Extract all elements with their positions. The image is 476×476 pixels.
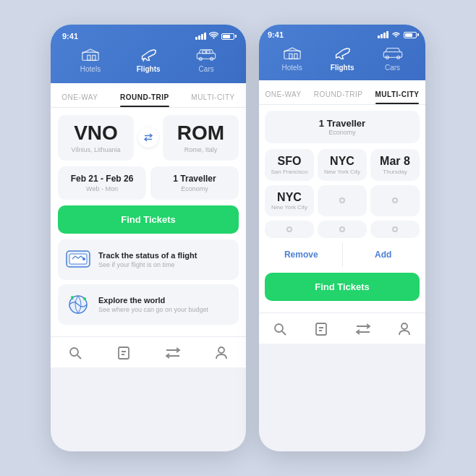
right-traveller-box[interactable]: 1 Traveller Economy: [265, 111, 420, 143]
right-route1-date-main: Mar 8: [380, 155, 410, 168]
right-status-time: 9:41: [268, 30, 284, 39]
left-tab-cars[interactable]: Cars: [196, 46, 216, 73]
right-route2-to-empty[interactable]: [318, 185, 367, 217]
left-status-icons: [195, 32, 234, 41]
left-explore-title: Explore the world: [98, 296, 208, 305]
left-search-tab-one-way[interactable]: ONE-WAY: [61, 90, 98, 107]
left-track-flight-subtitle: See if your flight is on time: [98, 261, 197, 268]
right-tab-hotels[interactable]: Hotels: [281, 45, 302, 72]
right-tab-flights-label: Flights: [331, 64, 354, 72]
wifi-icon: [209, 32, 218, 41]
left-bottom-bar: [51, 336, 246, 367]
left-status-bar: 9:41: [62, 32, 234, 41]
left-traveller-sub: Economy: [181, 185, 208, 192]
right-tab-flights[interactable]: Flights: [331, 45, 354, 72]
right-find-button[interactable]: Find Tickets: [265, 273, 420, 301]
right-search-tab-multi-city[interactable]: MULTI-CITY: [375, 88, 420, 104]
right-route3-date-empty[interactable]: [370, 221, 420, 238]
left-dates-main: Feb 21 - Feb 26: [71, 174, 134, 184]
right-search-tabs: ONE-WAY ROUND-TRIP MULTI-CITY: [259, 80, 425, 105]
svg-point-14: [70, 348, 78, 356]
right-tab-hotels-label: Hotels: [281, 64, 302, 72]
right-route3-date-dot: [392, 226, 398, 232]
left-person-icon[interactable]: [211, 344, 232, 362]
right-action-row: Remove Add: [265, 242, 420, 267]
left-from-box[interactable]: VNO Vilnius, Lithuania: [58, 115, 134, 161]
right-route1-from-name: San Francisco: [271, 169, 307, 175]
left-bookmark-icon[interactable]: [113, 344, 135, 362]
left-search-icon[interactable]: [64, 344, 86, 362]
left-from-code: VNO: [74, 122, 118, 145]
left-explore-card[interactable]: Explore the world See where you can go o…: [58, 284, 239, 325]
left-dates-sub: Web - Mon: [86, 185, 118, 192]
right-route1-to-code: NYC: [330, 155, 354, 168]
svg-point-10: [82, 258, 85, 260]
left-track-flight-text: Track the status of a flight See if your…: [98, 251, 197, 268]
svg-rect-2: [93, 55, 95, 60]
right-route1-date-sub: Thursday: [383, 169, 407, 175]
right-transfer-icon[interactable]: [352, 320, 374, 338]
svg-point-25: [401, 323, 407, 329]
right-remove-button[interactable]: Remove: [265, 242, 338, 267]
battery-icon: [221, 33, 234, 40]
right-route3-from-empty[interactable]: [265, 221, 314, 238]
right-wifi-icon: [391, 30, 401, 39]
right-header: 9:41: [259, 25, 425, 80]
left-explore-subtitle: See where you can go on your budget: [98, 306, 208, 313]
left-find-button[interactable]: Find Tickets: [58, 205, 239, 234]
right-battery-icon: [404, 32, 417, 38]
right-route-row-2: NYC New York City: [265, 185, 420, 217]
right-route2-to-dot: [339, 197, 345, 203]
right-route2-from[interactable]: NYC New York City: [265, 185, 314, 217]
right-route1-to-name: New York City: [324, 169, 360, 175]
right-route3-to-empty[interactable]: [318, 221, 367, 238]
left-tab-hotels-label: Hotels: [80, 65, 101, 73]
left-tab-flights[interactable]: Flights: [137, 46, 161, 73]
right-route2-date-empty[interactable]: [370, 185, 420, 217]
right-traveller-class: Economy: [272, 129, 412, 136]
right-status-bar: 9:41: [268, 30, 417, 39]
right-route2-from-name: New York City: [271, 204, 307, 211]
right-route3-from-dot: [286, 226, 292, 232]
left-route-row: VNO Vilnius, Lithuania ROM Rome, Italy: [58, 115, 239, 161]
right-route1-from[interactable]: SFO San Francisco: [265, 149, 314, 181]
left-tab-flights-label: Flights: [137, 65, 161, 73]
svg-point-16: [218, 347, 224, 353]
right-search-tab-round-trip[interactable]: ROUND-TRIP: [314, 88, 363, 104]
left-tab-hotels[interactable]: Hotels: [80, 46, 101, 73]
left-header: 9:41: [51, 25, 246, 83]
left-traveller-box[interactable]: 1 Traveller Economy: [150, 166, 239, 200]
right-route3-to-dot: [339, 226, 345, 232]
left-transfer-icon[interactable]: [162, 344, 184, 362]
right-signal-icon: [378, 31, 388, 38]
svg-rect-18: [289, 54, 292, 59]
right-route1-date[interactable]: Mar 8 Thursday: [370, 149, 420, 181]
right-add-button[interactable]: Add: [347, 242, 420, 267]
right-action-divider: [342, 242, 343, 267]
right-nav-tabs: Hotels Flights Cars: [268, 45, 417, 72]
right-search-icon[interactable]: [269, 320, 291, 338]
right-bookmark-icon[interactable]: [310, 320, 332, 338]
left-search-tab-round-trip[interactable]: ROUND-TRIP: [120, 90, 169, 107]
right-route2-from-code: NYC: [277, 191, 302, 204]
left-track-flight-card[interactable]: Track the status of a flight See if your…: [58, 239, 239, 280]
svg-rect-6: [203, 51, 205, 54]
right-route-row-1: SFO San Francisco NYC New York City Mar …: [265, 149, 420, 181]
svg-point-12: [71, 296, 74, 299]
right-person-icon[interactable]: [394, 320, 415, 338]
left-to-box[interactable]: ROM Rome, Italy: [163, 115, 239, 161]
right-multi-city-content: 1 Traveller Economy SFO San Francisco NY…: [259, 105, 425, 313]
left-swap-button[interactable]: [138, 127, 158, 148]
track-flight-icon: [65, 247, 91, 273]
right-tab-cars[interactable]: Cars: [383, 45, 403, 72]
left-traveller-main: 1 Traveller: [173, 174, 216, 184]
right-search-tab-one-way[interactable]: ONE-WAY: [265, 88, 302, 104]
left-search-tabs: ONE-WAY ROUND-TRIP MULTI-CITY: [51, 83, 246, 108]
left-to-code: ROM: [177, 122, 224, 145]
svg-point-23: [275, 324, 283, 332]
right-route1-to[interactable]: NYC New York City: [318, 149, 367, 181]
left-dates-box[interactable]: Feb 21 - Feb 26 Web - Mon: [58, 166, 146, 200]
app-container: 9:41: [51, 25, 425, 451]
left-explore-text: Explore the world See where you can go o…: [98, 296, 208, 313]
left-search-tab-multi-city[interactable]: MULTI-CITY: [191, 90, 234, 107]
